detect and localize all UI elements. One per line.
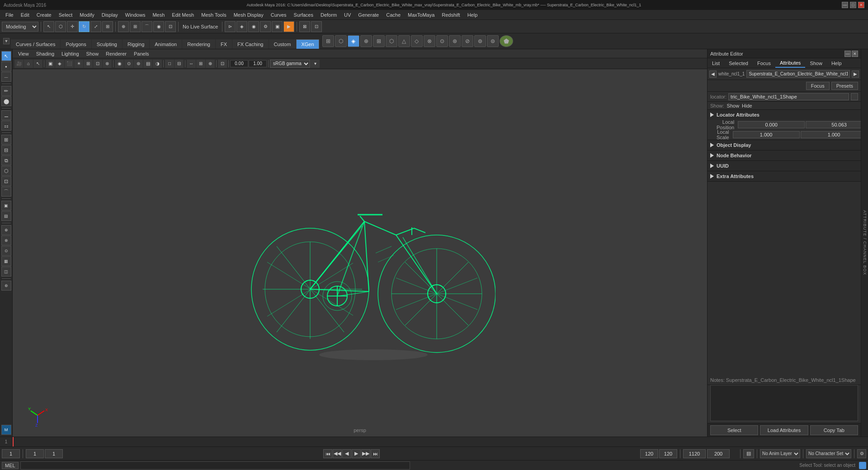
measure-btn[interactable]: ⚊ (1, 110, 11, 120)
shelf-tab-fx-caching[interactable]: FX Caching (232, 39, 268, 49)
shelf-icon-2[interactable]: ⬡ (335, 35, 347, 47)
uuid-header[interactable]: UUID (708, 161, 861, 171)
snap-together-btn[interactable]: ⊞ (1, 135, 11, 145)
sculpt-btn[interactable]: ⬤ (1, 96, 11, 106)
range-start-input[interactable] (45, 449, 63, 458)
local-pos-x[interactable] (738, 121, 805, 128)
attr-nav-prev[interactable]: ◀ (709, 70, 717, 78)
shelf-icon-3[interactable]: ◈ (348, 35, 359, 47)
locator-box-btn[interactable] (851, 93, 858, 100)
shelf-tab-polygons[interactable]: Polygons (61, 39, 91, 49)
shelf-icon-6[interactable]: ⬡ (386, 35, 397, 47)
snap-surface-btn[interactable]: ◉ (153, 21, 164, 32)
attr-tab-focus[interactable]: Focus (753, 58, 775, 68)
right-side-tab[interactable]: Attribute / Channel Box (861, 49, 868, 437)
shelf-tab-xgen[interactable]: XGen (296, 39, 319, 49)
vp-shadow-btn[interactable]: ▤ (143, 60, 152, 68)
vp-lit-btn[interactable]: ☀ (74, 60, 83, 68)
menu-item-generate[interactable]: Generate (354, 10, 382, 19)
edge-mode-btn[interactable]: — (1, 72, 11, 82)
play-fwd-btn[interactable]: ▶ (352, 449, 361, 458)
vp-smooth-btn[interactable]: ◈ (55, 60, 64, 68)
start-frame-input[interactable] (26, 449, 44, 458)
vp-color-space-arrow[interactable]: ▾ (311, 60, 320, 68)
snap-grid-btn[interactable]: ⊞ (130, 21, 141, 32)
go-start-btn[interactable]: ⏮ (323, 449, 332, 458)
attr-tab-selected[interactable]: Selected (724, 58, 753, 68)
layer-btn-1[interactable]: ▣ (1, 201, 11, 211)
vp-menu-renderer[interactable]: Renderer (102, 50, 130, 57)
menu-item-display[interactable]: Display (98, 10, 122, 19)
menu-item-mesh[interactable]: Mesh (149, 10, 168, 19)
shelf-icon-13[interactable]: ⊚ (474, 35, 486, 47)
minimize-button[interactable]: — (842, 2, 848, 8)
mel-label[interactable]: MEL (2, 462, 19, 469)
attr-node-input[interactable] (746, 70, 850, 78)
vp-toolbar-select[interactable]: ↖ (33, 60, 42, 68)
play-back-btn[interactable]: ◀ (342, 449, 351, 458)
vp-menu-panels[interactable]: Panels (130, 50, 153, 57)
history-btn[interactable]: ⊳ (225, 21, 236, 32)
maximize-button[interactable]: □ (850, 2, 856, 8)
vp-far-clip[interactable] (249, 60, 267, 67)
vp-menu-lighting[interactable]: Lighting (58, 50, 83, 57)
select-mode-btn[interactable]: ↖ (1, 51, 11, 61)
snap-view-btn[interactable]: ⊡ (165, 21, 176, 32)
select-tool-btn[interactable]: ↖ (43, 21, 54, 32)
deform-btn[interactable]: ⧉ (1, 155, 11, 165)
transform-tool-btn[interactable]: ⊞ (102, 21, 113, 32)
lasso-tool-btn[interactable]: ⬡ (55, 21, 66, 32)
vp-xray-btn[interactable]: ⊙ (124, 60, 133, 68)
ipr-btn[interactable]: ◉ (248, 21, 259, 32)
menu-item-modify[interactable]: Modify (76, 10, 98, 19)
vp-near-clip[interactable] (230, 60, 248, 67)
shelf-tab-sculpting[interactable]: Sculpting (92, 39, 122, 49)
left-btn-extra-4[interactable]: ▦ (1, 256, 11, 266)
local-scale-x[interactable] (733, 131, 800, 138)
left-btn-extra-1[interactable]: ⊕ (1, 225, 11, 235)
vp-ao-btn[interactable]: ◑ (153, 60, 162, 68)
shelf-tab-curves-surfaces[interactable]: Curves / Surfaces (11, 39, 60, 49)
attr-tab-show[interactable]: Show (805, 58, 827, 68)
viewport[interactable]: View Shading Lighting Show Renderer Pane… (13, 49, 707, 437)
left-btn-extra-6[interactable]: ⊛ (1, 281, 11, 291)
shelf-tab-rendering[interactable]: Rendering (182, 39, 215, 49)
vp-sync-btn[interactable]: ⊕ (206, 60, 215, 68)
lattice-btn[interactable]: ⬡ (1, 166, 11, 176)
shelf-icon-14[interactable]: ⊜ (487, 35, 499, 47)
mel-input[interactable] (20, 461, 410, 470)
mode-dropdown[interactable]: Modeling Rigging Animation FX Rendering (2, 22, 38, 32)
shelf-tab-rigging[interactable]: Rigging (123, 39, 149, 49)
attr-tab-attributes[interactable]: Attributes (775, 58, 805, 68)
menu-item-edit[interactable]: Edit (17, 10, 33, 19)
menu-item-maxtomaya[interactable]: MaxToMaya (404, 10, 438, 19)
left-btn-extra-2[interactable]: ⊗ (1, 235, 11, 245)
menu-item-select[interactable]: Select (55, 10, 76, 19)
shelf-icon-10[interactable]: ⊙ (436, 35, 448, 47)
menu-item-deform[interactable]: Deform (317, 10, 340, 19)
layer-btn-2[interactable]: ▤ (1, 211, 11, 221)
menu-item-redshift[interactable]: Redshift (438, 10, 463, 19)
vp-isolate-btn[interactable]: ◉ (115, 60, 124, 68)
attr-panel-minimize[interactable]: — (844, 51, 851, 57)
vp-aa-btn[interactable]: ⊛ (134, 60, 143, 68)
vp-extra-1[interactable]: ⊡ (218, 60, 227, 68)
menu-item-mesh-display[interactable]: Mesh Display (230, 10, 267, 19)
playhead[interactable] (13, 437, 14, 446)
focus-button[interactable]: Focus (806, 82, 830, 90)
vp-toolbar-home[interactable]: ⌂ (24, 60, 33, 68)
close-button[interactable]: ✕ (858, 2, 864, 8)
attr-nav-next[interactable]: ▶ (852, 70, 859, 78)
maya-logo-btn[interactable]: M (1, 425, 11, 435)
shelf-icon-1[interactable]: ⊞ (322, 35, 334, 47)
vp-res-btn-1[interactable]: □ (165, 60, 174, 68)
vp-color-space[interactable]: sRGB gamma (270, 60, 310, 68)
attr-panel-close[interactable]: ✕ (852, 51, 858, 57)
extra-attributes-header[interactable]: Extra Attributes (708, 171, 861, 181)
menu-item-curves[interactable]: Curves (267, 10, 290, 19)
node-behavior-header[interactable]: Node Behavior (708, 150, 861, 160)
character-set-select[interactable]: No Character Set (806, 449, 851, 458)
menu-item-cache[interactable]: Cache (382, 10, 404, 19)
menu-item-uv[interactable]: UV (340, 10, 354, 19)
attr-tab-help[interactable]: Help (827, 58, 846, 68)
